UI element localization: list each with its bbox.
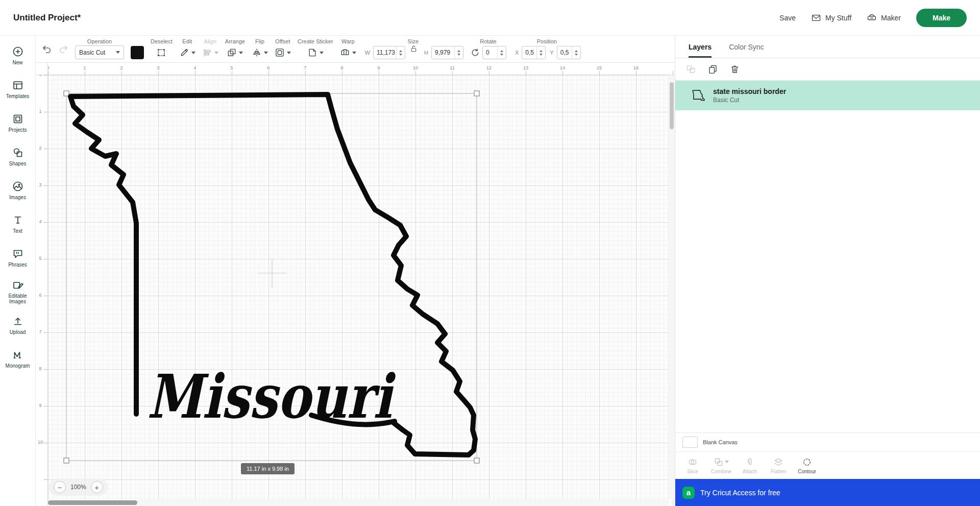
horizontal-scrollbar[interactable]	[48, 499, 668, 506]
offset-group[interactable]: Offset	[275, 38, 291, 59]
missouri-design[interactable]: Missouri	[70, 94, 475, 455]
zoom-in-button[interactable]: +	[91, 481, 103, 493]
tab-layers[interactable]: Layers	[689, 36, 712, 58]
flip-group[interactable]: Flip	[252, 38, 268, 59]
sidebar-item-upload[interactable]: Upload	[0, 308, 35, 342]
sidebar-item-monogram[interactable]: Monogram	[0, 342, 35, 376]
sidebar-item-projects[interactable]: Projects	[0, 106, 35, 140]
zoom-control: − 100% +	[49, 478, 108, 496]
ruler-number: 1	[37, 109, 44, 114]
x-stepper[interactable]	[536, 46, 545, 59]
cricut-access-banner[interactable]: a Try Cricut Access for free	[675, 479, 980, 506]
height-stepper[interactable]	[454, 46, 463, 59]
save-button[interactable]: Save	[779, 14, 796, 22]
selection-handle-bottom-right	[474, 458, 479, 463]
height-field[interactable]	[432, 49, 454, 56]
color-swatch[interactable]	[131, 46, 144, 59]
layer-item[interactable]: state missouri border Basic Cut	[675, 81, 980, 110]
contour-button[interactable]: Contour	[795, 457, 819, 474]
arrange-icon	[227, 47, 237, 58]
y-position-field[interactable]	[557, 49, 572, 56]
sidebar-item-phrases[interactable]: Phrases	[0, 241, 35, 275]
arrange-group[interactable]: Arrange	[225, 38, 245, 59]
ruler-number: 16	[631, 65, 641, 70]
deselect-group[interactable]: Deselect	[151, 38, 173, 59]
operation-group: Operation Basic Cut	[75, 38, 124, 59]
y-position-input[interactable]	[557, 46, 581, 59]
slice-button[interactable]: Slice	[680, 457, 705, 474]
chevron-down-icon	[116, 51, 120, 54]
group-icon[interactable]	[685, 64, 696, 75]
sidebar-item-text[interactable]: Text	[0, 207, 35, 241]
sidebar-label: Text	[13, 228, 22, 234]
undo-button[interactable]	[42, 44, 52, 54]
envelope-icon	[811, 13, 821, 23]
flatten-button[interactable]: Flatten	[766, 457, 791, 474]
width-stepper[interactable]	[396, 46, 405, 59]
trash-icon[interactable]	[729, 64, 740, 75]
sidebar-label: Phrases	[8, 262, 27, 268]
tab-color-sync[interactable]: Color Sync	[729, 36, 764, 58]
blank-canvas-swatch[interactable]	[682, 437, 698, 448]
edit-group[interactable]: Edit	[179, 38, 195, 59]
lock-icon[interactable]	[409, 44, 418, 53]
shapes-icon	[12, 147, 24, 159]
combine-button[interactable]: Combine	[709, 457, 733, 474]
warp-group[interactable]: Warp	[340, 38, 356, 59]
ruler-number: 4	[37, 219, 44, 224]
maker-selector[interactable]: Maker	[867, 13, 901, 23]
app-root: Untitled Project* Save My Stuff Maker Ma…	[0, 0, 980, 506]
align-group[interactable]: Align	[202, 38, 218, 59]
ruler-number: 10	[37, 440, 44, 445]
x-position-field[interactable]	[522, 49, 536, 56]
layer-actions-bar: Slice Combine Attach Flatten	[675, 451, 980, 479]
rotate-stepper[interactable]	[497, 46, 506, 59]
rotate-icon[interactable]	[470, 47, 480, 58]
ruler-horizontal: 012345678910111213141516	[48, 63, 675, 75]
align-icon	[202, 47, 212, 58]
vertical-scrollbar[interactable]	[668, 75, 675, 499]
rotate-input[interactable]	[482, 46, 506, 59]
x-position-input[interactable]	[522, 46, 546, 59]
ruler-number: 6	[264, 65, 273, 70]
y-stepper[interactable]	[572, 46, 580, 59]
duplicate-icon[interactable]	[707, 64, 718, 75]
design-layer: Missouri	[36, 63, 675, 506]
blank-canvas-label: Blank Canvas	[703, 439, 738, 445]
vertical-scroll-thumb[interactable]	[670, 82, 674, 129]
height-input[interactable]	[431, 46, 463, 59]
sidebar-item-shapes[interactable]: Shapes	[0, 140, 35, 174]
sidebar-label: Upload	[10, 329, 26, 335]
ruler-number: 14	[558, 65, 567, 70]
ruler-number: 7	[37, 329, 44, 334]
sidebar-item-templates[interactable]: Templates	[0, 73, 35, 106]
ruler-number: 3	[154, 65, 163, 70]
sidebar-item-new[interactable]: New	[0, 39, 35, 73]
horizontal-scroll-thumb[interactable]	[48, 500, 137, 505]
create-sticker-group[interactable]: Create Sticker	[298, 38, 333, 59]
my-stuff-button[interactable]: My Stuff	[811, 13, 851, 23]
contour-icon	[802, 457, 812, 467]
chevron-down-icon	[287, 52, 291, 54]
sidebar-label: Shapes	[9, 161, 27, 167]
chevron-down-icon	[264, 52, 268, 54]
operation-select[interactable]: Basic Cut	[75, 45, 124, 59]
layers-panel: Layers Color Sync state m	[675, 36, 980, 506]
width-input[interactable]	[373, 46, 405, 59]
sidebar-item-editable-images[interactable]: Editable Images	[0, 275, 35, 308]
new-icon	[12, 45, 24, 58]
ruler-corner	[36, 63, 48, 75]
make-button[interactable]: Make	[916, 9, 967, 27]
ruler-number: 5	[227, 65, 236, 70]
redo-button[interactable]	[58, 44, 68, 54]
zoom-out-button[interactable]: −	[54, 481, 66, 493]
undo-icon	[42, 44, 52, 54]
attach-button[interactable]: Attach	[738, 457, 762, 474]
blank-canvas-row: Blank Canvas	[675, 432, 980, 451]
rotate-field[interactable]	[483, 49, 497, 56]
width-field[interactable]	[374, 49, 396, 56]
layer-operation: Basic Cut	[713, 97, 786, 104]
canvas-area[interactable]: Missouri 012345678910111213141516 012345…	[36, 63, 675, 506]
ruler-number: 8	[337, 65, 347, 70]
sidebar-item-images[interactable]: Images	[0, 174, 35, 207]
